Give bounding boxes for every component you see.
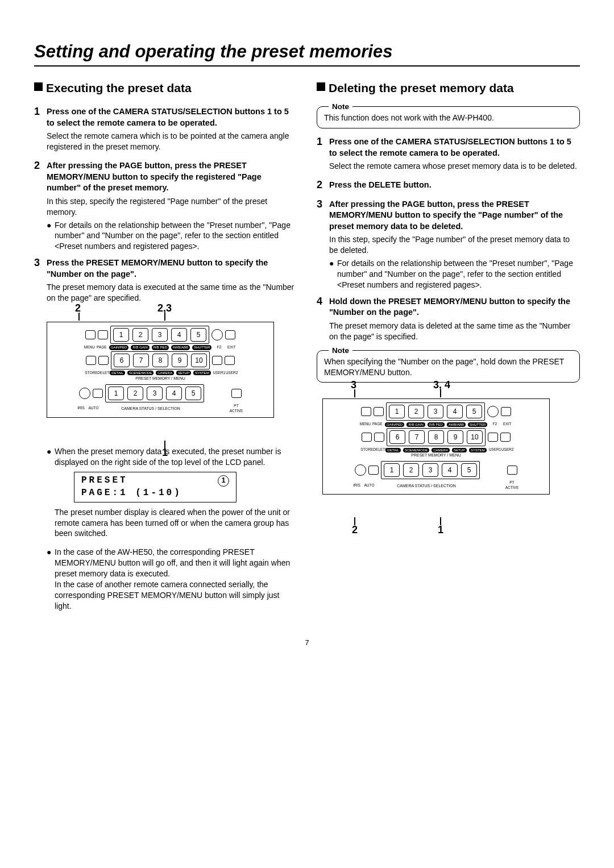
step-number: 2 bbox=[34, 160, 47, 252]
lcd-panel: PRESET 1 PAGE:1 (1-10) bbox=[74, 472, 237, 502]
step-title: Press one of the CAMERA STATUS/SELECTION… bbox=[329, 136, 580, 159]
step-title: After pressing the PAGE button, press th… bbox=[47, 160, 297, 194]
bullet-text: When the preset memory data is executed,… bbox=[55, 446, 297, 468]
control-panel-diagram-left: 2 2,3 12345 MENU PAGE GAIN/PED R/B GA bbox=[47, 316, 297, 439]
body-bullet: ● When the preset memory data is execute… bbox=[47, 446, 297, 468]
btn-label: STORE bbox=[360, 447, 371, 452]
btn-label: USER2 bbox=[501, 447, 512, 452]
control-panel-diagram-right: 3 3, 4 12345 MENU PAGE GAIN/PED R/B G bbox=[322, 393, 580, 516]
step: 2 Press the DELETE button. bbox=[317, 180, 580, 193]
oval-label: AWB/ABB bbox=[171, 345, 190, 350]
btn-label: AUTO bbox=[364, 483, 375, 488]
sub-bullet: ● For details on the relationship betwee… bbox=[329, 258, 580, 290]
sub-bullet: ● For details on the relationship betwee… bbox=[47, 220, 297, 252]
right-column: Deleting the preset memory data Note Thi… bbox=[317, 80, 580, 615]
oval-label: SYSTEM bbox=[469, 448, 487, 452]
oval-label: SHUTTER bbox=[192, 345, 211, 350]
note-text: This function does not work with the AW-… bbox=[324, 113, 494, 122]
step-number: 2 bbox=[317, 180, 329, 193]
step-number: 3 bbox=[34, 258, 47, 306]
section-heading-executing: Executing the preset data bbox=[34, 80, 297, 96]
oval-label: SHUTTER bbox=[468, 422, 487, 427]
step-desc: The preset memory data is executed at th… bbox=[47, 282, 297, 304]
btn-label: PT ACTIVE bbox=[504, 480, 521, 491]
btn-label: PT ACTIVE bbox=[228, 404, 245, 414]
step: 3 After pressing the PAGE button, press … bbox=[317, 199, 580, 290]
camera-caption: CAMERA STATUS / SELECTION bbox=[377, 483, 476, 488]
leader-label: 2 bbox=[352, 523, 358, 537]
leader-label: 2 bbox=[75, 301, 81, 315]
step: 4 Hold down the PRESET MEMORY/MENU butto… bbox=[317, 296, 580, 344]
btn-label: MENU bbox=[84, 345, 94, 350]
step-number: 4 bbox=[317, 296, 329, 344]
leader-label: 3 bbox=[351, 378, 356, 392]
step-title: Press one of the CAMERA STATUS/SELECTION… bbox=[47, 106, 297, 128]
btn-label: USER1 bbox=[213, 371, 223, 376]
lcd-line2: PAGE:1 (1-10) bbox=[81, 487, 229, 500]
oval-label: SETUP bbox=[452, 448, 467, 452]
step-title: Hold down the PRESET MEMORY/MENU button … bbox=[329, 296, 580, 318]
bullet-dot-icon: ● bbox=[47, 220, 55, 252]
btn-label: EXIT bbox=[502, 422, 512, 427]
oval-label: SETUP bbox=[176, 371, 191, 375]
bullet-dot-icon: ● bbox=[47, 547, 55, 611]
step-number: 3 bbox=[317, 199, 329, 290]
note-text: When specifying the "Number on the page"… bbox=[324, 357, 564, 377]
step: 2 After pressing the PAGE button, press … bbox=[34, 160, 297, 252]
oval-label: GAIN/PED bbox=[385, 422, 405, 427]
left-column: Executing the preset data 1 Press one of… bbox=[34, 80, 297, 615]
btn-label: F2 bbox=[214, 345, 224, 350]
note-label: Note bbox=[329, 346, 352, 356]
preset-memory-caption: PRESET MEMORY / MENU bbox=[51, 376, 270, 381]
preset-memory-caption: PRESET MEMORY / MENU bbox=[326, 452, 546, 458]
note-label: Note bbox=[329, 102, 352, 112]
btn-label: PAGE bbox=[97, 345, 107, 350]
section-heading-deleting: Deleting the preset memory data bbox=[317, 80, 580, 96]
oval-label: AWB/ABB bbox=[447, 422, 466, 427]
btn-label: PAGE bbox=[372, 422, 383, 427]
step-desc: Select the remote camera whose preset me… bbox=[329, 161, 580, 172]
leader-label: 1 bbox=[438, 523, 443, 537]
oval-label: SCENE/MODE bbox=[127, 371, 154, 375]
oval-label: SCENE/MODE bbox=[403, 448, 429, 452]
body-bullet: ● In the case of the AW-HE50, the corres… bbox=[47, 547, 297, 611]
leader-label: 1 bbox=[162, 446, 168, 459]
oval-label: R/B GAIN bbox=[406, 422, 425, 427]
leader-label: 3, 4 bbox=[433, 378, 450, 392]
square-bullet-icon bbox=[34, 82, 43, 91]
btn-label: MENU bbox=[360, 422, 370, 427]
step: 1 Press one of the CAMERA STATUS/SELECTI… bbox=[317, 136, 580, 174]
btn-label: STORE bbox=[85, 371, 95, 376]
oval-label: R/B PED bbox=[428, 422, 445, 427]
step-desc: The preset memory data is deleted at the… bbox=[329, 321, 580, 342]
bullet-dot-icon: ● bbox=[47, 446, 55, 468]
step-desc: Select the remote camera which is to be … bbox=[47, 131, 297, 152]
lcd-circled-number: 1 bbox=[218, 475, 229, 487]
btn-label: IRIS bbox=[352, 483, 362, 488]
btn-label: USER1 bbox=[489, 447, 499, 452]
bullet-text: For details on the relationship between … bbox=[337, 258, 580, 290]
btn-label: AUTO bbox=[89, 406, 99, 411]
oval-label: R/B GAIN bbox=[131, 345, 149, 350]
step: 1 Press one of the CAMERA STATUS/SELECTI… bbox=[34, 106, 297, 155]
heading-text: Executing the preset data bbox=[46, 80, 192, 96]
after-lcd-text: The preset number display is cleared whe… bbox=[55, 507, 297, 539]
bullet-text: In the case of the AW-HE50, the correspo… bbox=[55, 547, 297, 611]
page-number: 7 bbox=[34, 638, 580, 648]
bullet-dot-icon: ● bbox=[329, 258, 337, 290]
oval-label: CAMERA bbox=[432, 448, 450, 452]
note-box: Note This function does not work with th… bbox=[317, 106, 580, 128]
lcd-line1-left: PRESET bbox=[81, 475, 128, 487]
btn-label: F2 bbox=[489, 422, 500, 427]
btn-label: USER2 bbox=[226, 371, 236, 376]
bullet-text: For details on the relationship between … bbox=[55, 220, 297, 252]
oval-label: GAIN/PED bbox=[109, 345, 129, 350]
step-title: After pressing the PAGE button, press th… bbox=[329, 199, 580, 232]
btn-label: DELETE bbox=[373, 447, 383, 452]
step-number: 1 bbox=[317, 136, 329, 174]
square-bullet-icon bbox=[317, 82, 325, 91]
page-title: Setting and operating the preset memorie… bbox=[34, 40, 580, 67]
step-number: 1 bbox=[34, 106, 47, 155]
camera-caption: CAMERA STATUS / SELECTION bbox=[101, 406, 201, 411]
btn-label: DELETE bbox=[97, 371, 107, 376]
